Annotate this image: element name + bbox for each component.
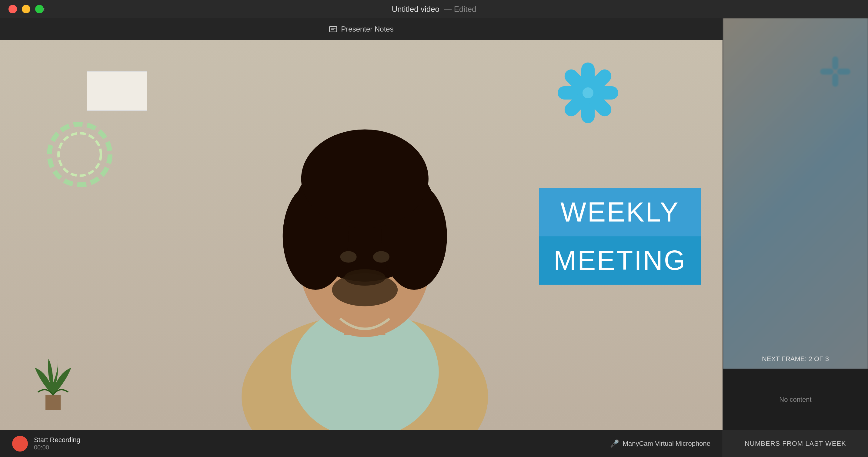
record-button[interactable]	[12, 436, 28, 452]
recording-info: Start Recording 00:00	[34, 436, 80, 451]
svg-point-23	[344, 269, 385, 286]
microphone-label: ManyCam Virtual Microphone	[623, 440, 710, 448]
notes-icon	[329, 26, 337, 32]
numbers-tab-label: NUMBERS FROM LAST WEEK	[745, 440, 846, 448]
svg-point-24	[340, 251, 357, 263]
plant-decoration	[29, 343, 77, 410]
thumb-snowflake-icon	[817, 53, 854, 90]
svg-rect-31	[832, 56, 838, 70]
weekly-meeting-overlay: WEEKLY MEETING	[539, 188, 701, 285]
weekly-meeting-top: WEEKLY	[539, 188, 701, 236]
svg-point-4	[59, 133, 101, 176]
microphone-section: 🎤 ManyCam Virtual Microphone	[610, 439, 710, 448]
presenter-notes-label: Presenter Notes	[329, 25, 393, 33]
svg-point-21	[301, 130, 429, 228]
circle-decoration	[43, 118, 116, 191]
person-video	[130, 59, 600, 430]
right-panel: NEXT FRAME: 2 OF 3 No content NUMBERS FR…	[722, 18, 868, 457]
video-container: WEEKLY MEETING	[0, 40, 722, 430]
title-bar: ‹ Untitled video — Edited	[0, 0, 868, 18]
window-title: Untitled video — Edited	[392, 4, 476, 14]
no-content-section: No content	[723, 369, 868, 430]
back-button[interactable]: ‹	[42, 5, 45, 13]
no-content-label: No content	[779, 396, 811, 404]
next-frame-area: NEXT FRAME: 2 OF 3	[723, 18, 868, 369]
close-button[interactable]	[8, 5, 17, 13]
microphone-icon: 🎤	[610, 439, 619, 448]
recording-section: Start Recording 00:00	[12, 436, 80, 452]
recording-label: Start Recording	[34, 436, 80, 444]
svg-rect-32	[832, 74, 838, 87]
svg-rect-34	[837, 68, 850, 75]
presenter-notes-bar[interactable]: Presenter Notes	[0, 18, 722, 40]
next-frame-label: NEXT FRAME: 2 OF 3	[762, 355, 829, 363]
svg-point-25	[373, 251, 390, 263]
svg-rect-0	[330, 26, 337, 32]
main-layout: Presenter Notes	[0, 18, 868, 457]
svg-rect-26	[45, 395, 61, 410]
svg-rect-33	[820, 68, 833, 75]
window-controls	[8, 5, 44, 13]
minimize-button[interactable]	[22, 5, 30, 13]
status-bar: Start Recording 00:00 🎤 ManyCam Virtual …	[0, 430, 722, 457]
video-frame: WEEKLY MEETING	[0, 40, 722, 430]
weekly-meeting-bottom: MEETING	[539, 236, 701, 285]
center-area: Presenter Notes	[0, 18, 722, 457]
next-frame-thumbnail	[723, 18, 868, 369]
recording-time: 00:00	[34, 444, 80, 451]
numbers-from-last-week-tab[interactable]: NUMBERS FROM LAST WEEK	[723, 430, 868, 457]
